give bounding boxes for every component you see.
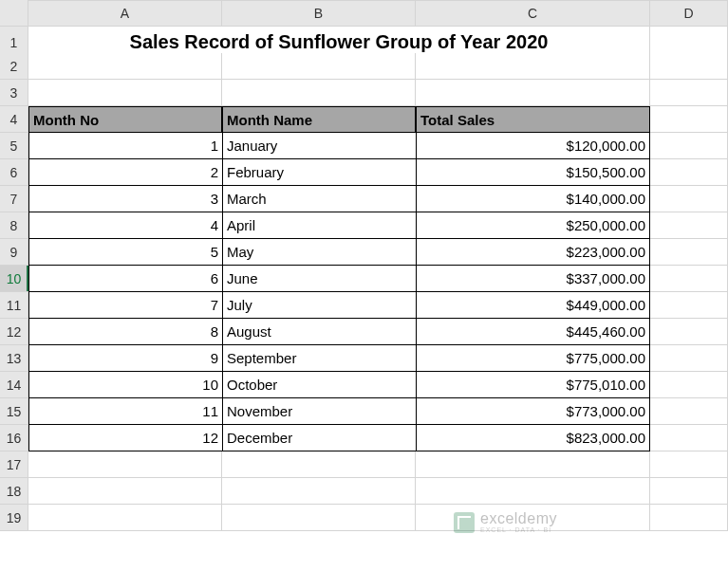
row-header-9[interactable]: 9 — [0, 239, 28, 266]
cell-month-no[interactable]: 10 — [28, 372, 222, 398]
cell-month-name[interactable]: August — [222, 319, 416, 345]
cell-d3[interactable] — [650, 80, 728, 106]
cell-d10[interactable] — [650, 266, 728, 292]
cell-month-name[interactable]: May — [222, 239, 416, 266]
cell-month-no[interactable]: 4 — [28, 212, 222, 239]
cell-b3[interactable] — [222, 80, 416, 106]
cell-month-no[interactable]: 7 — [28, 292, 222, 319]
cell-a17[interactable] — [28, 451, 222, 478]
cell-total-sales[interactable]: $150,500.00 — [416, 159, 650, 186]
cell-d2[interactable] — [650, 53, 728, 80]
cell-month-name[interactable]: November — [222, 398, 416, 425]
cell-d13[interactable] — [650, 345, 728, 372]
cell-d15[interactable] — [650, 398, 728, 425]
cell-d18[interactable] — [650, 478, 728, 505]
cell-d7[interactable] — [650, 186, 728, 212]
cell-b2[interactable] — [222, 53, 416, 80]
cell-total-sales[interactable]: $223,000.00 — [416, 239, 650, 266]
cell-a18[interactable] — [28, 478, 222, 505]
cell-d6[interactable] — [650, 159, 728, 186]
row-header-6[interactable]: 6 — [0, 159, 28, 186]
cell-total-sales[interactable]: $337,000.00 — [416, 266, 650, 292]
row-header-11[interactable]: 11 — [0, 292, 28, 319]
spreadsheet-grid: A B C D 1 Sales Record of Sunflower Grou… — [0, 0, 728, 531]
cell-month-name[interactable]: October — [222, 372, 416, 398]
cell-a2[interactable] — [28, 53, 222, 80]
cell-b19[interactable] — [222, 505, 416, 531]
header-month-name[interactable]: Month Name — [222, 106, 416, 133]
cell-month-name[interactable]: April — [222, 212, 416, 239]
col-header-d[interactable]: D — [650, 0, 728, 27]
cell-total-sales[interactable]: $449,000.00 — [416, 292, 650, 319]
cell-month-no[interactable]: 3 — [28, 186, 222, 212]
row-header-4[interactable]: 4 — [0, 106, 28, 133]
col-header-b[interactable]: B — [222, 0, 416, 27]
cell-month-name[interactable]: January — [222, 133, 416, 159]
cell-total-sales[interactable]: $823,000.00 — [416, 425, 650, 451]
cell-total-sales[interactable]: $120,000.00 — [416, 133, 650, 159]
cell-d17[interactable] — [650, 451, 728, 478]
cell-total-sales[interactable]: $445,460.00 — [416, 319, 650, 345]
row-header-17[interactable]: 17 — [0, 451, 28, 478]
row-header-15[interactable]: 15 — [0, 398, 28, 425]
cell-month-no[interactable]: 8 — [28, 319, 222, 345]
row-header-10[interactable]: 10 — [0, 266, 28, 292]
cell-a19[interactable] — [28, 505, 222, 531]
cell-month-name[interactable]: February — [222, 159, 416, 186]
cell-month-name[interactable]: July — [222, 292, 416, 319]
cell-month-no[interactable]: 2 — [28, 159, 222, 186]
cell-b18[interactable] — [222, 478, 416, 505]
row-header-2[interactable]: 2 — [0, 53, 28, 80]
cell-month-no[interactable]: 11 — [28, 398, 222, 425]
header-month-no[interactable]: Month No — [28, 106, 222, 133]
cell-c19[interactable] — [416, 505, 650, 531]
row-header-13[interactable]: 13 — [0, 345, 28, 372]
cell-a3[interactable] — [28, 80, 222, 106]
row-header-3[interactable]: 3 — [0, 80, 28, 106]
cell-d16[interactable] — [650, 425, 728, 451]
row-header-7[interactable]: 7 — [0, 186, 28, 212]
cell-month-no[interactable]: 9 — [28, 345, 222, 372]
cell-month-name[interactable]: March — [222, 186, 416, 212]
cell-c3[interactable] — [416, 80, 650, 106]
cell-month-name[interactable]: September — [222, 345, 416, 372]
cell-d14[interactable] — [650, 372, 728, 398]
row-header-18[interactable]: 18 — [0, 478, 28, 505]
col-header-c[interactable]: C — [416, 0, 650, 27]
row-header-8[interactable]: 8 — [0, 212, 28, 239]
cell-total-sales[interactable]: $775,010.00 — [416, 372, 650, 398]
row-header-12[interactable]: 12 — [0, 319, 28, 345]
cell-month-no[interactable]: 12 — [28, 425, 222, 451]
cell-d4[interactable] — [650, 106, 728, 133]
row-header-5[interactable]: 5 — [0, 133, 28, 159]
cell-month-name[interactable]: June — [222, 266, 416, 292]
row-header-14[interactable]: 14 — [0, 372, 28, 398]
cell-c17[interactable] — [416, 451, 650, 478]
header-total-sales[interactable]: Total Sales — [416, 106, 650, 133]
row-header-16[interactable]: 16 — [0, 425, 28, 451]
cell-d19[interactable] — [650, 505, 728, 531]
cell-month-name[interactable]: December — [222, 425, 416, 451]
cell-total-sales[interactable]: $250,000.00 — [416, 212, 650, 239]
cell-c2[interactable] — [416, 53, 650, 80]
row-header-19[interactable]: 19 — [0, 505, 28, 531]
col-header-a[interactable]: A — [28, 0, 222, 27]
select-all-corner[interactable] — [0, 0, 28, 27]
cell-d5[interactable] — [650, 133, 728, 159]
cell-total-sales[interactable]: $140,000.00 — [416, 186, 650, 212]
cell-total-sales[interactable]: $775,000.00 — [416, 345, 650, 372]
cell-month-no[interactable]: 5 — [28, 239, 222, 266]
cell-month-no[interactable]: 6 — [28, 266, 222, 292]
cell-b17[interactable] — [222, 451, 416, 478]
cell-d11[interactable] — [650, 292, 728, 319]
cell-month-no[interactable]: 1 — [28, 133, 222, 159]
cell-d9[interactable] — [650, 239, 728, 266]
cell-d12[interactable] — [650, 319, 728, 345]
cell-d8[interactable] — [650, 212, 728, 239]
cell-c18[interactable] — [416, 478, 650, 505]
cell-total-sales[interactable]: $773,000.00 — [416, 398, 650, 425]
